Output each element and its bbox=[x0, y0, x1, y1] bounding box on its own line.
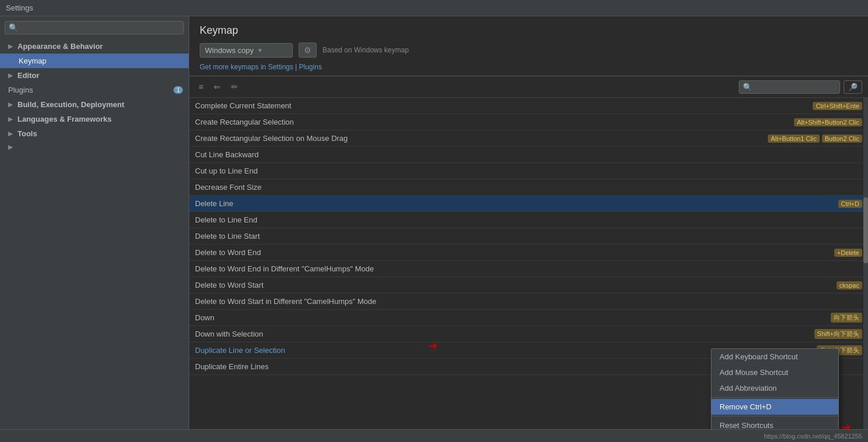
shortcut-badges: Shift+向下箭头 bbox=[814, 329, 862, 339]
context-menu-item-reset-shortcuts[interactable]: Reset Shortcuts bbox=[711, 418, 838, 429]
shortcut-badge: ckspac bbox=[837, 281, 862, 289]
shortcut-badge: 向下箭头 bbox=[831, 313, 862, 323]
action-name: Delete to Word End in Different "CamelHu… bbox=[195, 264, 862, 273]
search-icon: 🔍 bbox=[9, 23, 18, 32]
title-bar-text: Settings bbox=[6, 3, 33, 12]
sidebar-search-input[interactable] bbox=[18, 23, 180, 32]
sidebar-search-box[interactable]: 🔍 bbox=[5, 21, 184, 34]
table-row[interactable]: Complete Current Statement Ctrl+Shift+En… bbox=[189, 98, 868, 114]
keymap-dropdown[interactable]: Windows copy ▼ bbox=[200, 43, 293, 58]
context-menu-item-add-abbreviation[interactable]: Add Abbreviation bbox=[711, 380, 838, 396]
title-bar: Settings bbox=[0, 0, 868, 16]
keymap-controls: Windows copy ▼ ⚙ Based on Windows keymap bbox=[200, 43, 858, 58]
sidebar-item-label: Editor bbox=[17, 71, 40, 80]
chevron-down-icon: ▼ bbox=[257, 47, 263, 54]
shortcut-badges: +Delete bbox=[834, 249, 862, 257]
page-title: Keymap bbox=[200, 24, 858, 37]
shortcut-badges: Alt+Shift+Button2 Clic bbox=[794, 118, 862, 126]
status-bar-url: https://blog.csdn.net/qq_45821255 bbox=[764, 433, 862, 440]
action-name: Delete to Word End bbox=[195, 248, 834, 257]
table-row[interactable]: Down 向下箭头 bbox=[189, 310, 868, 326]
sidebar-item-label: Appearance & Behavior bbox=[17, 42, 103, 51]
status-bar: https://blog.csdn.net/qq_45821255 bbox=[0, 429, 868, 442]
context-menu-divider bbox=[711, 416, 838, 416]
edit-button[interactable]: ✏ bbox=[228, 80, 242, 94]
keymap-search-input[interactable] bbox=[754, 83, 836, 91]
table-row[interactable]: Create Rectangular Selection Alt+Shift+B… bbox=[189, 114, 868, 130]
scrollbar-area[interactable] bbox=[863, 98, 868, 429]
table-row[interactable]: Delete to Word Start in Different "Camel… bbox=[189, 294, 868, 310]
collapse-all-button[interactable]: ⇐ bbox=[210, 80, 224, 94]
dropdown-value: Windows copy bbox=[205, 46, 254, 55]
sidebar-item-label: Languages & Frameworks bbox=[17, 115, 112, 123]
shortcut-badge: Ctrl+Shift+Ente bbox=[813, 102, 862, 110]
arrow-icon: ▶ bbox=[8, 144, 13, 150]
action-name: Delete Line bbox=[195, 199, 838, 208]
find-action-button[interactable]: 🔎 bbox=[844, 80, 862, 94]
action-name: Delete to Word Start bbox=[195, 281, 837, 289]
table-row[interactable]: Delete to Line End bbox=[189, 212, 868, 228]
action-name: Cut Line Backward bbox=[195, 150, 862, 159]
context-menu: Add Keyboard Shortcut Add Mouse Shortcut… bbox=[711, 348, 839, 429]
sidebar-item-label: Build, Execution, Deployment bbox=[17, 100, 124, 109]
table-row-delete-line[interactable]: Delete Line Ctrl+D bbox=[189, 196, 868, 212]
table-row[interactable]: Down with Selection Shift+向下箭头 bbox=[189, 326, 868, 342]
get-more-link[interactable]: Get more keymaps in Settings | Plugins bbox=[200, 62, 858, 71]
action-name: Down with Selection bbox=[195, 330, 814, 338]
context-menu-item-add-keyboard[interactable]: Add Keyboard Shortcut bbox=[711, 349, 838, 365]
action-name: Decrease Font Size bbox=[195, 183, 862, 192]
sidebar-item-plugins[interactable]: Plugins 1 bbox=[0, 83, 189, 97]
shortcut-badge: Button2 Clic bbox=[822, 135, 862, 143]
context-menu-item-remove-ctrl-d[interactable]: Remove Ctrl+D bbox=[711, 399, 838, 415]
sidebar-item-version-control[interactable]: ▶ Build, Execution, Deployment bbox=[0, 97, 189, 112]
scrollbar-thumb[interactable] bbox=[863, 197, 868, 264]
get-more-link-text[interactable]: Get more keymaps in Settings | Plugins bbox=[200, 63, 322, 71]
table-row[interactable]: Delete to Word Start ckspac bbox=[189, 277, 868, 294]
sidebar-item-label: Plugins bbox=[8, 86, 33, 94]
table-toolbar: ≡ ⇐ ✏ 🔍 🔎 bbox=[189, 76, 868, 98]
sidebar-item-build[interactable]: ▶ Languages & Frameworks bbox=[0, 112, 189, 126]
table-row[interactable]: Create Rectangular Selection on Mouse Dr… bbox=[189, 130, 868, 147]
arrow-icon: ▶ bbox=[8, 116, 13, 122]
sidebar-item-appearance[interactable]: ▶ Appearance & Behavior bbox=[0, 39, 189, 54]
gear-button[interactable]: ⚙ bbox=[299, 43, 317, 58]
shortcut-badges: Ctrl+Shift+Ente bbox=[813, 102, 862, 110]
action-name: Create Rectangular Selection bbox=[195, 118, 794, 126]
action-name: Delete to Word Start in Different "Camel… bbox=[195, 297, 862, 306]
content-area: Keymap Windows copy ▼ ⚙ Based on Windows… bbox=[189, 16, 868, 429]
sidebar-item-tools[interactable]: ▶ bbox=[0, 141, 189, 153]
shortcut-badge: Ctrl+D bbox=[838, 200, 862, 208]
action-name: Complete Current Statement bbox=[195, 101, 813, 110]
shortcut-badge: Alt+Shift+Button2 Clic bbox=[794, 118, 862, 126]
sidebar-item-keymap[interactable]: Keymap bbox=[0, 54, 189, 68]
arrow-icon: ▶ bbox=[8, 43, 13, 49]
action-name: Delete to Line Start bbox=[195, 232, 862, 241]
arrow-icon: ▶ bbox=[8, 72, 13, 79]
table-row[interactable]: Cut up to Line End bbox=[189, 163, 868, 179]
sidebar-item-languages[interactable]: ▶ Tools bbox=[0, 126, 189, 141]
shortcut-badges: ckspac bbox=[837, 281, 862, 289]
table-row[interactable]: Decrease Font Size bbox=[189, 179, 868, 196]
table-row[interactable]: Cut Line Backward bbox=[189, 147, 868, 163]
shortcut-badge: Alt+Button1 Clic bbox=[768, 135, 820, 143]
shortcut-badge: Shift+向下箭头 bbox=[814, 329, 862, 339]
shortcut-badges: 向下箭头 bbox=[831, 313, 862, 323]
plugins-badge: 1 bbox=[173, 86, 183, 94]
context-menu-divider bbox=[711, 397, 838, 398]
arrow-indicator-2: ➜ bbox=[841, 421, 851, 429]
table-row[interactable]: Delete to Word End +Delete bbox=[189, 245, 868, 261]
sidebar: 🔍 ▶ Appearance & Behavior Keymap ▶ Edito… bbox=[0, 16, 189, 429]
table-row[interactable]: Delete to Line Start bbox=[189, 228, 868, 245]
table-row[interactable]: Delete to Word End in Different "CamelHu… bbox=[189, 261, 868, 277]
arrow-icon: ▶ bbox=[8, 101, 13, 108]
action-name: Create Rectangular Selection on Mouse Dr… bbox=[195, 134, 768, 143]
expand-all-button[interactable]: ≡ bbox=[195, 80, 207, 94]
shortcut-badges: Alt+Button1 Clic Button2 Clic bbox=[768, 135, 862, 143]
context-menu-item-add-mouse[interactable]: Add Mouse Shortcut bbox=[711, 365, 838, 380]
sidebar-item-editor[interactable]: ▶ Editor bbox=[0, 68, 189, 83]
shortcut-badge: +Delete bbox=[834, 249, 862, 257]
toolbar-search-box[interactable]: 🔍 bbox=[739, 80, 840, 94]
sidebar-item-label: Tools bbox=[17, 129, 37, 138]
content-header: Keymap Windows copy ▼ ⚙ Based on Windows… bbox=[189, 16, 868, 76]
search-icon: 🔍 bbox=[743, 83, 752, 91]
